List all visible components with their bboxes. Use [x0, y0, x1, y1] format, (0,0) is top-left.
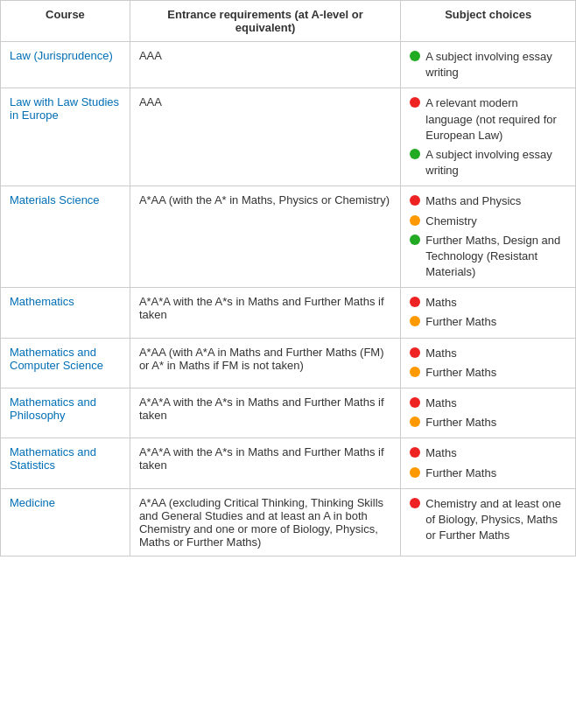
entrance-cell: A*AA (with the A* in Maths, Physics or C…	[130, 186, 400, 288]
subject-item: Chemistry and at least one of Biology, P…	[410, 496, 566, 544]
subject-item: Maths and Physics	[410, 193, 566, 209]
orange-dot-icon	[410, 215, 420, 226]
entrance-cell: A*A*A with the A*s in Maths and Further …	[130, 438, 400, 488]
table-row: Law with Law Studies in EuropeAAAA relev…	[1, 88, 576, 186]
course-cell: Law (Jurisprudence)	[1, 42, 130, 88]
subject-text: Maths	[425, 295, 566, 311]
course-cell: Law with Law Studies in Europe	[1, 88, 130, 186]
subject-text: Maths	[425, 445, 566, 461]
subject-text: Further Maths	[425, 415, 566, 430]
subject-item: Maths	[410, 396, 566, 411]
red-dot-icon	[410, 397, 420, 408]
table-header-row: Course Entrance requirements (at A-level…	[1, 1, 576, 42]
entrance-cell: A*AA (excluding Critical Thinking, Think…	[130, 488, 400, 556]
courses-table: Course Entrance requirements (at A-level…	[0, 0, 576, 556]
green-dot-icon	[410, 149, 420, 159]
course-link-mathematics-philosophy[interactable]: Mathematics and Philosophy	[10, 396, 96, 422]
table-row: Mathematics and StatisticsA*A*A with the…	[1, 438, 576, 488]
subject-item: A relevant modern language (not required…	[410, 95, 566, 144]
course-cell: Mathematics and Computer Science	[1, 338, 130, 388]
entrance-cell: A*A*A with the A*s in Maths and Further …	[130, 288, 400, 338]
table-row: Law (Jurisprudence)AAAA subject involvin…	[1, 42, 576, 88]
course-link-law-jurisprudence[interactable]: Law (Jurisprudence)	[10, 49, 113, 62]
subject-text: Chemistry	[425, 214, 566, 229]
subject-cell: MathsFurther Maths	[401, 438, 576, 488]
subject-cell: A subject involving essay writing	[401, 42, 576, 88]
subject-item: Maths	[410, 295, 566, 311]
subject-text: A subject involving essay writing	[425, 49, 566, 80]
subject-cell: MathsFurther Maths	[401, 288, 576, 338]
subject-cell: MathsFurther Maths	[401, 338, 576, 388]
orange-dot-icon	[410, 367, 420, 377]
subject-cell: MathsFurther Maths	[401, 388, 576, 438]
table-row: Mathematics and PhilosophyA*A*A with the…	[1, 388, 576, 438]
subject-text: Maths and Physics	[425, 193, 566, 209]
orange-dot-icon	[410, 416, 420, 427]
subject-text: Further Maths, Design and Technology (Re…	[425, 233, 566, 281]
course-cell: Mathematics and Statistics	[1, 438, 130, 488]
subject-item: A subject involving essay writing	[410, 49, 566, 80]
red-dot-icon	[410, 97, 420, 108]
subject-item: Further Maths	[410, 415, 566, 430]
table-row: MathematicsA*A*A with the A*s in Maths a…	[1, 288, 576, 338]
entrance-cell: A*A*A with the A*s in Maths and Further …	[130, 388, 400, 438]
red-dot-icon	[410, 297, 420, 307]
subject-item: Maths	[410, 346, 566, 361]
course-link-medicine[interactable]: Medicine	[10, 496, 55, 509]
header-course: Course	[1, 1, 130, 42]
subject-item: Further Maths	[410, 466, 566, 481]
subject-text: Further Maths	[425, 466, 566, 481]
subject-item: Further Maths, Design and Technology (Re…	[410, 233, 566, 281]
subject-item: Further Maths	[410, 365, 566, 381]
subject-text: Maths	[425, 346, 566, 361]
subject-item: A subject involving essay writing	[410, 147, 566, 178]
header-entrance: Entrance requirements (at A-level or equ…	[130, 1, 400, 42]
table-row: Mathematics and Computer ScienceA*AA (wi…	[1, 338, 576, 388]
red-dot-icon	[410, 347, 420, 358]
subject-cell: A relevant modern language (not required…	[401, 88, 576, 186]
entrance-cell: AAA	[130, 88, 400, 186]
subject-cell: Chemistry and at least one of Biology, P…	[401, 488, 576, 556]
subject-item: Chemistry	[410, 214, 566, 229]
subject-text: A subject involving essay writing	[425, 147, 566, 178]
table-row: Materials ScienceA*AA (with the A* in Ma…	[1, 186, 576, 288]
red-dot-icon	[410, 195, 420, 206]
course-link-materials-science[interactable]: Materials Science	[10, 193, 100, 206]
green-dot-icon	[410, 234, 420, 245]
course-cell: Mathematics	[1, 288, 130, 338]
course-cell: Mathematics and Philosophy	[1, 388, 130, 438]
entrance-cell: AAA	[130, 42, 400, 88]
subject-text: Further Maths	[425, 314, 566, 330]
orange-dot-icon	[410, 467, 420, 478]
red-dot-icon	[410, 447, 420, 458]
subject-text: Further Maths	[425, 365, 566, 381]
course-link-law-with-law-studies[interactable]: Law with Law Studies in Europe	[10, 95, 119, 122]
subject-text: Chemistry and at least one of Biology, P…	[425, 496, 566, 544]
course-link-mathematics-statistics[interactable]: Mathematics and Statistics	[10, 445, 96, 472]
course-link-mathematics[interactable]: Mathematics	[10, 295, 74, 308]
course-cell: Materials Science	[1, 186, 130, 288]
table-row: MedicineA*AA (excluding Critical Thinkin…	[1, 488, 576, 556]
green-dot-icon	[410, 51, 420, 61]
header-subject: Subject choices	[401, 1, 576, 42]
subject-cell: Maths and PhysicsChemistryFurther Maths,…	[401, 186, 576, 288]
orange-dot-icon	[410, 316, 420, 326]
subject-text: A relevant modern language (not required…	[425, 95, 566, 144]
red-dot-icon	[410, 498, 420, 508]
subject-item: Maths	[410, 445, 566, 461]
entrance-cell: A*AA (with A*A in Maths and Further Math…	[130, 338, 400, 388]
subject-item: Further Maths	[410, 314, 566, 330]
course-cell: Medicine	[1, 488, 130, 556]
course-link-mathematics-computer-science[interactable]: Mathematics and Computer Science	[10, 346, 103, 372]
subject-text: Maths	[425, 396, 566, 411]
